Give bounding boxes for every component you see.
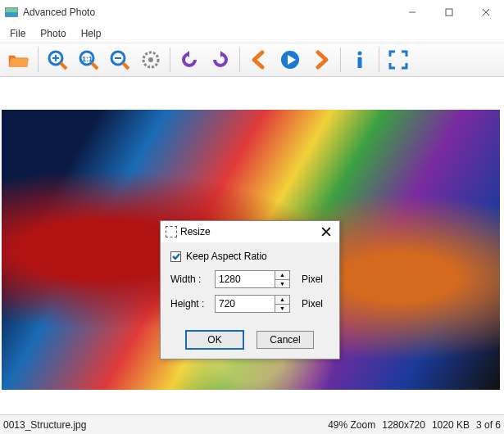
info-icon[interactable]: [346, 46, 374, 74]
dialog-title: Resize: [180, 226, 318, 237]
app-icon: [5, 7, 18, 17]
titlebar: Advanced Photo: [0, 0, 504, 25]
keep-aspect-ratio-checkbox[interactable]: Keep Aspect Ratio: [170, 251, 329, 262]
window-title: Advanced Photo: [23, 7, 393, 18]
rotate-right-icon[interactable]: [207, 46, 234, 74]
width-stepper[interactable]: ▲▼: [275, 271, 289, 287]
zoom-actual-icon[interactable]: 1:1: [75, 46, 102, 74]
minimize-button[interactable]: [393, 1, 430, 24]
dialog-body: Keep Aspect Ratio Width : ▲▼ Pixel Heigh…: [161, 242, 339, 324]
chevron-up-icon[interactable]: ▲: [275, 271, 289, 280]
menu-help[interactable]: Help: [75, 26, 108, 41]
statusbar: 0013_Structure.jpg 49% Zoom 1280x720 102…: [0, 414, 504, 434]
separator: [38, 47, 39, 72]
zoom-in-icon[interactable]: [43, 46, 71, 74]
svg-point-15: [148, 57, 153, 62]
height-stepper[interactable]: ▲▼: [275, 296, 289, 312]
height-field[interactable]: [216, 296, 275, 312]
height-row: Height : ▲▼ Pixel: [170, 295, 329, 313]
width-input[interactable]: ▲▼: [215, 270, 290, 288]
keep-aspect-ratio-label: Keep Aspect Ratio: [186, 251, 267, 262]
width-row: Width : ▲▼ Pixel: [170, 270, 329, 288]
play-icon[interactable]: [276, 46, 304, 74]
open-folder-icon[interactable]: [5, 46, 33, 74]
status-zoom: 49% Zoom: [328, 419, 375, 431]
maximize-button[interactable]: [430, 1, 467, 24]
svg-line-9: [92, 63, 98, 69]
close-button[interactable]: [467, 1, 504, 24]
status-right: 49% Zoom 1280x720 1020 KB 3 of 6: [328, 419, 501, 431]
checkbox-icon: [170, 251, 181, 262]
status-filesize: 1020 KB: [432, 419, 470, 431]
svg-point-17: [358, 52, 362, 56]
next-icon[interactable]: [307, 46, 335, 74]
svg-line-5: [61, 63, 66, 69]
status-position: 3 of 6: [476, 419, 501, 431]
rotate-left-icon[interactable]: [175, 46, 203, 74]
status-dimensions: 1280x720: [382, 419, 425, 431]
menu-photo[interactable]: Photo: [34, 26, 72, 41]
svg-rect-1: [446, 9, 452, 16]
ok-button[interactable]: OK: [186, 331, 243, 349]
zoom-fit-icon[interactable]: [137, 46, 165, 74]
menu-file[interactable]: File: [3, 26, 32, 41]
previous-icon[interactable]: [245, 46, 273, 74]
svg-line-12: [123, 63, 129, 69]
width-field[interactable]: [216, 271, 275, 287]
dialog-titlebar[interactable]: Resize: [161, 221, 339, 242]
separator: [239, 47, 240, 72]
width-unit: Pixel: [302, 274, 323, 285]
height-label: Height :: [170, 298, 210, 310]
status-filename: 0013_Structure.jpg: [3, 419, 328, 431]
dialog-buttons: OK Cancel: [161, 324, 339, 359]
chevron-up-icon[interactable]: ▲: [275, 296, 289, 305]
resize-dialog: Resize Keep Aspect Ratio Width : ▲▼ Pixe…: [160, 220, 340, 359]
separator: [170, 47, 170, 72]
fullscreen-icon[interactable]: [384, 46, 412, 74]
separator: [379, 47, 379, 72]
viewport: Resize Keep Aspect Ratio Width : ▲▼ Pixe…: [0, 77, 504, 413]
chevron-down-icon[interactable]: ▼: [275, 280, 289, 288]
toolbar: 1:1: [0, 43, 504, 77]
svg-rect-18: [358, 57, 362, 68]
zoom-out-icon[interactable]: [106, 46, 134, 74]
height-unit: Pixel: [302, 298, 323, 310]
separator: [340, 47, 341, 72]
width-label: Width :: [170, 274, 210, 285]
svg-text:1:1: 1:1: [82, 55, 93, 63]
window-controls: [393, 1, 504, 24]
height-input[interactable]: ▲▼: [215, 295, 290, 313]
resize-icon: [166, 226, 177, 237]
menubar: File Photo Help: [0, 25, 504, 43]
cancel-button[interactable]: Cancel: [257, 331, 314, 349]
chevron-down-icon[interactable]: ▼: [275, 305, 289, 313]
dialog-close-button[interactable]: [318, 224, 334, 240]
